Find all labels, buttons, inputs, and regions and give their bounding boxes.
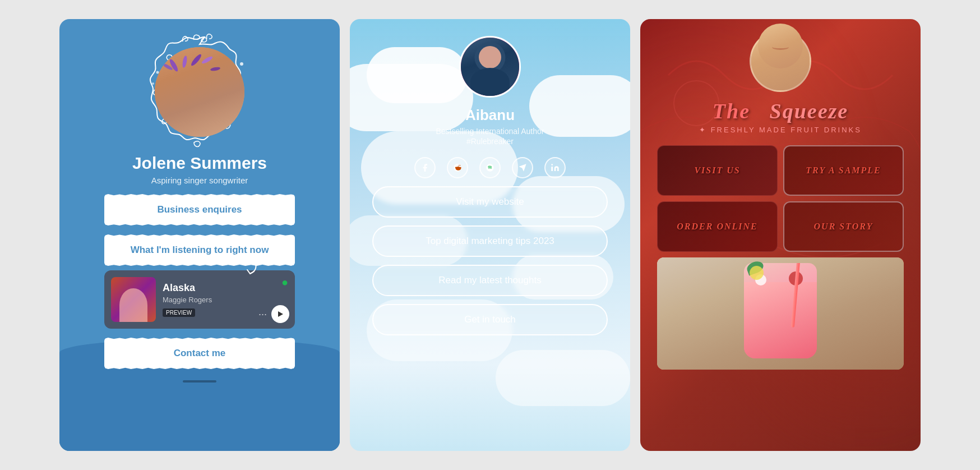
smile	[772, 44, 789, 50]
brand-title: The Squeeze	[713, 99, 848, 123]
avatar-container	[149, 42, 250, 142]
play-button[interactable]	[271, 305, 289, 323]
facebook-icon[interactable]	[414, 157, 436, 178]
telegram-icon[interactable]	[512, 157, 533, 178]
svg-point-7	[551, 164, 553, 165]
spotify-section: Alaska Maggie Rogers PREVIEW ● ···	[104, 266, 295, 329]
avatar-face	[479, 46, 501, 68]
card3-content: The Squeeze ✦ FRESHLY MADE FRUIT DRINKS …	[640, 19, 921, 381]
profile-subtitle: Aspiring singer songwriter	[151, 176, 248, 185]
contact-me-button[interactable]: Contact me	[104, 338, 295, 369]
visit-us-button[interactable]: VISIT US	[657, 145, 778, 196]
album-figure	[119, 288, 147, 322]
petal-icon	[190, 53, 203, 67]
social-icons-row	[414, 157, 566, 178]
latest-thoughts-button[interactable]: Read my latest thoughts	[372, 265, 608, 296]
our-story-button[interactable]: OUR STORY	[783, 201, 904, 252]
title-part2: Squeeze	[770, 99, 849, 123]
avatar-face	[155, 47, 244, 137]
track-name: Alaska	[163, 282, 288, 294]
menu-grid: VISIT US TRY A SAMPLE ORDER ONLINE OUR S…	[657, 145, 904, 252]
spotify-album-art	[111, 277, 156, 322]
avatar-image	[461, 38, 519, 96]
avatar	[750, 30, 811, 92]
spotify-logo-icon: ●	[281, 276, 288, 289]
card2-content: Aibanu Bestselling International Author …	[350, 19, 630, 352]
spotify-controls: ···	[258, 305, 289, 323]
card-the-squeeze: The Squeeze ✦ FRESHLY MADE FRUIT DRINKS …	[640, 19, 921, 451]
drink-liquid	[744, 282, 817, 358]
profile-subtitle2: #Rulebreaker	[466, 137, 514, 146]
profile-subtitle1: Bestselling International Author	[436, 127, 544, 136]
order-online-label: ORDER ONLINE	[677, 222, 757, 232]
drink-image	[657, 257, 904, 370]
play-icon	[276, 310, 284, 318]
card-jolene: Jolene Summers Aspiring singer songwrite…	[59, 19, 340, 451]
more-options-icon[interactable]: ···	[258, 308, 267, 320]
spotify-svg	[486, 163, 494, 172]
linkedin-icon[interactable]	[544, 157, 566, 178]
reddit-icon[interactable]	[447, 157, 468, 178]
profile-name: Aibanu	[465, 107, 515, 124]
profile-name: Jolene Summers	[132, 154, 267, 173]
order-online-button[interactable]: ORDER ONLINE	[657, 201, 778, 252]
petal-icon	[182, 56, 188, 68]
avatar	[459, 36, 521, 98]
svg-point-6	[486, 164, 493, 171]
preview-label: PREVIEW	[163, 308, 195, 317]
facebook-svg	[420, 163, 429, 172]
avatar-body	[470, 68, 510, 96]
brand-subtitle: ✦ FRESHLY MADE FRUIT DRINKS	[699, 126, 862, 134]
petal-icon	[168, 58, 179, 73]
linkedin-svg	[551, 163, 560, 172]
spotify-card: Alaska Maggie Rogers PREVIEW ● ···	[104, 270, 295, 329]
digital-tips-button[interactable]: Top digital marketing tips 2023	[372, 225, 608, 257]
lemon-slice	[750, 266, 764, 280]
reddit-svg	[453, 163, 462, 172]
visit-us-label: VISIT US	[694, 165, 740, 176]
avatar-image	[751, 32, 810, 90]
try-sample-label: TRY A SAMPLE	[806, 165, 881, 176]
visit-website-button[interactable]: Visit my website	[372, 186, 608, 218]
svg-point-2	[152, 82, 154, 85]
svg-marker-4	[278, 311, 283, 317]
our-story-label: OUR STORY	[814, 222, 873, 232]
avatar	[155, 47, 244, 137]
petal-icon	[210, 66, 221, 71]
artist-name: Maggie Rogers	[163, 296, 288, 304]
petal-icon	[201, 55, 214, 64]
title-part1: The	[713, 99, 750, 123]
bottom-indicator	[183, 380, 216, 383]
try-sample-button[interactable]: TRY A SAMPLE	[783, 145, 904, 196]
get-in-touch-button[interactable]: Get in touch	[372, 304, 608, 335]
telegram-svg	[518, 163, 527, 172]
cloud-icon	[496, 350, 630, 406]
arrow-doodle-icon	[228, 250, 272, 278]
business-enquires-button[interactable]: Business enquires	[104, 194, 295, 225]
spotify-icon[interactable]	[479, 157, 501, 178]
card-aibanu: Aibanu Bestselling International Author …	[350, 19, 630, 451]
